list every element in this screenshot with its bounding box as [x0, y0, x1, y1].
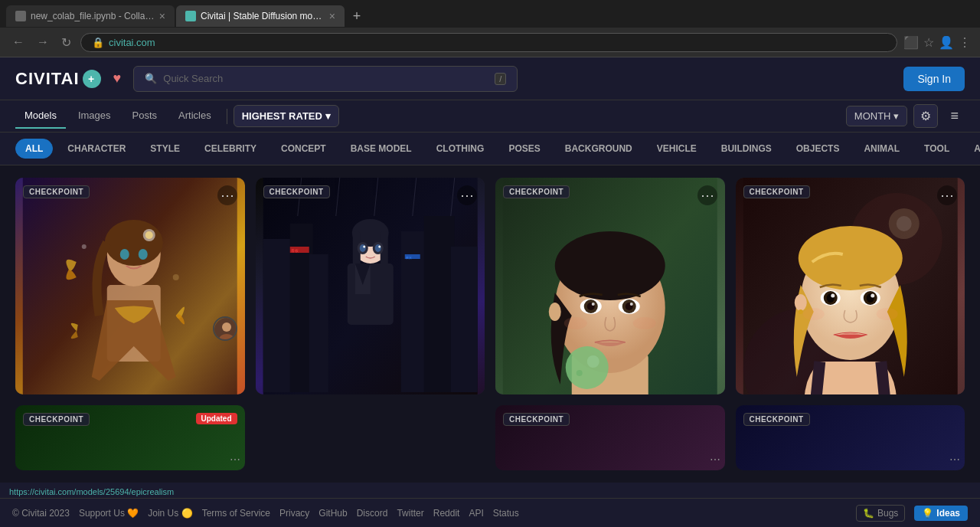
sort-chevron-icon: ▾ — [325, 110, 331, 122]
grid-toggle-button[interactable]: ≡ — [944, 104, 965, 128]
card-menu-1[interactable]: ⋯ — [217, 185, 237, 205]
nav-divider — [227, 109, 227, 124]
svg-point-83 — [802, 308, 824, 320]
category-celebrity[interactable]: CELEBRITY — [194, 139, 266, 159]
bug-icon: 🐛 — [863, 508, 874, 519]
model-card-cetusmix[interactable]: 看板 東京 — [256, 178, 485, 394]
category-action[interactable]: ACTION — [964, 139, 980, 159]
partial-card-menu-1[interactable]: ⋯ — [230, 453, 240, 466]
category-concept[interactable]: CONCEPT — [271, 139, 336, 159]
menu-icon[interactable]: ⋮ — [959, 35, 971, 50]
url-bar[interactable]: 🔒 civitai.com — [80, 33, 897, 52]
twitter-link[interactable]: Twitter — [397, 508, 423, 519]
category-buildings[interactable]: BUILDINGS — [711, 139, 782, 159]
svg-point-36 — [378, 246, 381, 248]
sort-label: HIGHEST RATED — [242, 110, 322, 122]
refresh-button[interactable]: ↻ — [58, 34, 74, 51]
categories-bar: ALL CHARACTER STYLE CELEBRITY CONCEPT BA… — [0, 133, 980, 165]
sign-in-button[interactable]: Sign In — [903, 67, 965, 91]
partial-badge-3: CHECKPOINT — [743, 413, 810, 426]
category-background[interactable]: BACKGROUND — [555, 139, 642, 159]
partial-card-menu-2[interactable]: ⋯ — [710, 453, 720, 466]
join-us-text: Join Us — [148, 508, 178, 519]
nav-right: MONTH ▾ ⚙ ≡ — [846, 104, 965, 128]
reddit-link[interactable]: Reddit — [433, 508, 460, 519]
api-link[interactable]: API — [469, 508, 483, 519]
extensions-icon[interactable]: ⬛ — [903, 35, 919, 50]
tab-favicon-civitai — [185, 11, 196, 21]
favorites-icon[interactable]: ♥ — [113, 70, 122, 87]
sort-dropdown[interactable]: HIGHEST RATED ▾ — [234, 105, 339, 127]
category-poses[interactable]: POSES — [498, 139, 550, 159]
svg-point-6 — [82, 244, 87, 249]
support-us-link[interactable]: Support Us 🧡 — [79, 508, 139, 519]
support-us-text: Support Us — [79, 508, 125, 519]
profile-icon[interactable]: 👤 — [939, 35, 954, 50]
partial-card-1[interactable]: CHECKPOINT Updated ⋯ — [15, 405, 245, 470]
browser-chrome: new_colab_file.ipynb - Collabora... × Ci… — [0, 0, 980, 57]
category-animal[interactable]: ANIMAL — [854, 139, 910, 159]
category-objects[interactable]: OBJECTS — [786, 139, 850, 159]
tab-close-colab[interactable]: × — [159, 10, 165, 22]
search-icon: 🔍 — [145, 73, 157, 84]
address-bar: ← → ↻ 🔒 civitai.com ⬛ ☆ 👤 ⋮ — [0, 28, 980, 57]
period-dropdown[interactable]: MONTH ▾ — [846, 106, 908, 126]
join-us-link[interactable]: Join Us 🟡 — [148, 508, 192, 519]
updated-badge-1: Updated — [196, 413, 237, 424]
card-menu-2[interactable]: ⋯ — [457, 185, 477, 205]
bookmark-icon[interactable]: ☆ — [923, 35, 934, 50]
discord-link[interactable]: Discord — [357, 508, 388, 519]
category-clothing[interactable]: CLOTHING — [426, 139, 495, 159]
filter-button[interactable]: ⚙ — [913, 104, 938, 128]
svg-point-60 — [564, 317, 587, 329]
model-card-xxmix[interactable]: CHECKPOINT ⋯ XXMix_9realistic ★ ★ ★ ★ ★ … — [736, 178, 965, 394]
app-header: CIVITAI + ♥ 🔍 Quick Search / Sign In — [0, 57, 980, 100]
url-text: civitai.com — [109, 37, 155, 48]
tab-images[interactable]: Images — [69, 103, 120, 129]
github-link[interactable]: GitHub — [318, 508, 347, 519]
category-vehicle[interactable]: VEHICLE — [647, 139, 707, 159]
search-bar[interactable]: 🔍 Quick Search / — [133, 66, 518, 92]
new-tab-button[interactable]: + — [346, 5, 368, 27]
category-tool[interactable]: TOOL — [914, 139, 959, 159]
model-card-dreamshaper[interactable]: CHECKPOINT ⋯ DreamShaper ★ ★ ★ ★ ★ 225 — [15, 178, 245, 394]
partial-card-2[interactable]: CHECKPOINT ⋯ — [495, 405, 725, 470]
back-button[interactable]: ← — [9, 34, 28, 51]
status-bar: https://civitai.com/models/25694/epicrea… — [0, 486, 183, 498]
card-menu-3[interactable]: ⋯ — [697, 185, 717, 205]
main-content: CHECKPOINT ⋯ DreamShaper ★ ★ ★ ★ ★ 225 — [0, 165, 980, 483]
tab-close-civitai[interactable]: × — [329, 10, 335, 22]
tab-title-colab: new_colab_file.ipynb - Collabora... — [31, 11, 155, 21]
category-all[interactable]: ALL — [15, 139, 53, 159]
card-menu-4[interactable]: ⋯ — [937, 185, 957, 205]
category-character[interactable]: CHARACTER — [57, 139, 136, 159]
svg-text:看板: 看板 — [290, 248, 298, 253]
browser-icons: ⬛ ☆ 👤 ⋮ — [903, 35, 971, 50]
svg-point-72 — [798, 226, 902, 290]
bugs-button[interactable]: 🐛 Bugs — [856, 505, 905, 522]
ideas-label: Ideas — [936, 508, 960, 519]
tab-bar: new_colab_file.ipynb - Collabora... × Ci… — [0, 0, 980, 28]
tab-models[interactable]: Models — [15, 103, 66, 129]
terms-link[interactable]: Terms of Service — [202, 508, 270, 519]
ideas-button[interactable]: 💡 Ideas — [914, 506, 968, 521]
svg-point-4 — [120, 249, 129, 260]
tab-civitai[interactable]: Civitai | Stable Diffusion models... × — [176, 5, 345, 27]
privacy-link[interactable]: Privacy — [279, 508, 309, 519]
forward-button[interactable]: → — [34, 34, 52, 51]
partial-card-menu-3[interactable]: ⋯ — [949, 453, 960, 466]
search-placeholder: Quick Search — [163, 73, 223, 84]
tab-colab[interactable]: new_colab_file.ipynb - Collabora... × — [6, 5, 175, 27]
search-shortcut: / — [495, 73, 506, 85]
model-card-epicrealism[interactable]: CHECKPOINT ⋯ epiCRealism ★ ★ ★ ★ ★ 305 ♥… — [495, 178, 725, 394]
period-chevron-icon: ▾ — [893, 110, 899, 122]
partial-card-3[interactable]: CHECKPOINT ⋯ — [736, 405, 965, 470]
status-link[interactable]: Status — [493, 508, 519, 519]
category-style[interactable]: STYLE — [140, 139, 190, 159]
category-base-model[interactable]: BASE MODEL — [341, 139, 422, 159]
status-url: https://civitai.com/models/25694/epicrea… — [9, 487, 174, 496]
svg-point-86 — [896, 216, 911, 231]
tab-articles[interactable]: Articles — [169, 103, 220, 129]
logo[interactable]: CIVITAI + — [15, 69, 101, 89]
tab-posts[interactable]: Posts — [123, 103, 167, 129]
